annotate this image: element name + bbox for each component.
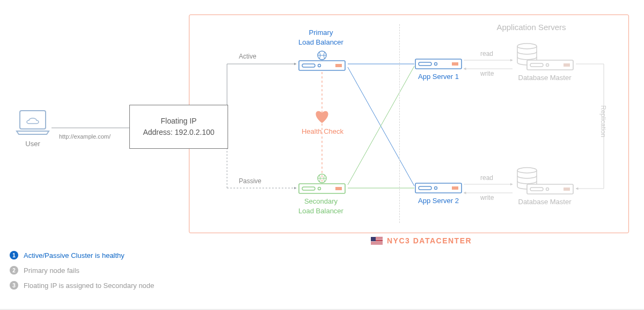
app-server-2-label: App Server 2 [412, 196, 465, 206]
svg-rect-32 [419, 186, 431, 190]
primary-lb-label: Primary Load Balancer [289, 28, 353, 47]
floating-ip-title: Floating IP [161, 116, 197, 127]
svg-point-35 [517, 44, 537, 49]
svg-rect-30 [452, 62, 458, 66]
legend-item-2: 2 Primary node fails [10, 266, 154, 275]
svg-rect-14 [20, 111, 46, 129]
svg-point-29 [435, 63, 437, 66]
svg-rect-44 [564, 188, 570, 191]
rw-write-2: write [480, 194, 494, 201]
primary-lb-title1: Primary [309, 28, 333, 37]
svg-rect-24 [302, 187, 315, 190]
user-label: User [14, 140, 51, 148]
svg-rect-39 [564, 63, 570, 67]
svg-point-19 [318, 64, 321, 67]
app-server-1-icon [414, 56, 463, 71]
app-server-1-label: App Server 1 [412, 72, 465, 82]
secondary-lb-icon [298, 174, 346, 189]
svg-rect-26 [335, 187, 342, 190]
us-flag-icon [371, 237, 383, 244]
datacenter-name: NYC3 DATACENTER [371, 236, 472, 245]
app-servers-group-title: Application Servers [456, 23, 606, 32]
svg-rect-34 [452, 186, 458, 190]
floating-ip-box: Floating IP Address: 192.0.2.100 [129, 105, 228, 149]
rw-read-2: read [480, 174, 493, 182]
legend-badge-2: 2 [10, 266, 18, 275]
svg-rect-28 [419, 62, 431, 66]
legend-text-2: Primary node fails [24, 266, 79, 275]
legend-badge-3: 3 [10, 281, 18, 290]
user-laptop-icon [14, 109, 51, 136]
rw-write-1: write [480, 70, 494, 77]
health-check-label: Health Check [293, 127, 352, 136]
legend-badge-1: 1 [10, 251, 18, 259]
secondary-lb-title2: Load Balancer [298, 207, 343, 215]
user-url-label: http://example.com/ [59, 133, 111, 140]
primary-lb-icon [298, 51, 346, 66]
svg-rect-20 [335, 64, 342, 67]
legend: 1 Active/Passive Cluster is healthy 2 Pr… [10, 251, 154, 296]
rw-read-1: read [480, 50, 493, 57]
secondary-lb-title1: Secondary [304, 197, 338, 205]
database-master-2-label: Database Master [513, 197, 577, 207]
app-server-2-icon [414, 181, 463, 196]
svg-rect-18 [302, 64, 315, 67]
secondary-lb-label: Secondary Load Balancer [289, 197, 353, 215]
legend-item-3: 3 Floating IP is assigned to Secondary n… [10, 281, 154, 290]
database-master-2-icon [515, 166, 574, 198]
svg-point-25 [318, 188, 321, 190]
database-master-1-label: Database Master [513, 73, 577, 83]
edge-passive-label: Passive [239, 177, 261, 185]
datacenter-name-text: NYC3 DATACENTER [387, 236, 472, 245]
legend-item-1: 1 Active/Passive Cluster is healthy [10, 251, 154, 259]
svg-point-33 [435, 187, 437, 190]
health-check-heart-icon [314, 110, 330, 126]
divider-line [399, 24, 400, 223]
legend-text-1: Active/Passive Cluster is healthy [24, 251, 125, 259]
floating-ip-address: Address: 192.0.2.100 [143, 127, 214, 138]
svg-point-40 [517, 168, 537, 173]
legend-text-3: Floating IP is assigned to Secondary nod… [24, 282, 154, 290]
edge-active-label: Active [239, 53, 257, 60]
replication-label: Replication [599, 105, 607, 137]
primary-lb-title2: Load Balancer [298, 38, 343, 46]
database-master-1-icon [515, 42, 574, 74]
